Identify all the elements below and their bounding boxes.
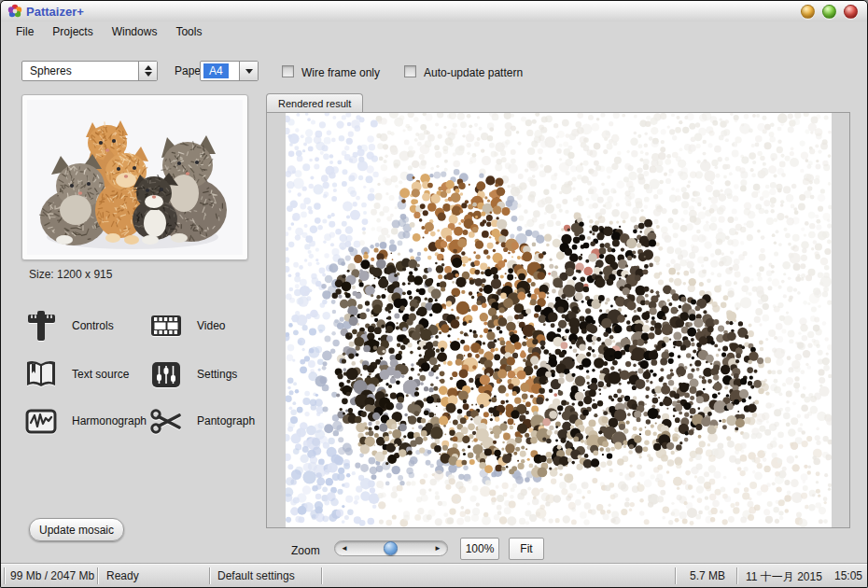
app-flower-icon (7, 4, 22, 19)
tool-video[interactable]: Video (148, 305, 274, 346)
pattern-select[interactable]: Spheres (21, 61, 158, 81)
tool-harmonograph[interactable]: Harmonograph (23, 400, 149, 441)
paper-select-value: A4 (203, 63, 229, 78)
autoupdate-checkbox-label: Auto-update pattern (424, 66, 523, 79)
zoom-label: Zoom (291, 544, 320, 557)
chevron-down-icon (245, 69, 253, 74)
tool-controls-label: Controls (72, 319, 114, 332)
tool-pantograph[interactable]: Pantograph (148, 400, 274, 441)
menu-bar: File Projects Windows Tools (1, 21, 867, 42)
render-page (286, 113, 832, 527)
tool-video-label: Video (197, 319, 225, 332)
zoom-100-button[interactable]: 100% (460, 538, 499, 560)
update-mosaic-button[interactable]: Update mosaic (29, 518, 124, 541)
tab-rendered-result[interactable]: Rendered result (266, 93, 363, 113)
menu-projects[interactable]: Projects (43, 23, 102, 40)
scissors-icon (148, 403, 184, 439)
tool-settings-label: Settings (197, 368, 237, 381)
status-separator (209, 567, 211, 584)
slider-left-arrow-icon[interactable]: ◄ (341, 543, 348, 554)
minimize-button[interactable] (801, 5, 815, 19)
tool-harmonograph-label: Harmonograph (72, 414, 147, 427)
wireframe-checkbox-label: Wire frame only (301, 66, 380, 79)
spinner-up-icon[interactable] (145, 65, 152, 70)
app-window: Pattaizer+ File Projects Windows Tools S… (0, 0, 868, 588)
source-image-panel (21, 94, 248, 260)
title-bar[interactable]: Pattaizer+ (1, 1, 867, 21)
sliders-icon (148, 357, 184, 392)
menu-windows[interactable]: Windows (103, 23, 167, 40)
autoupdate-checkbox[interactable] (404, 65, 416, 77)
status-file-size: 5.7 MB (690, 569, 725, 582)
menu-file[interactable]: File (7, 23, 43, 40)
tool-controls[interactable]: Controls (23, 305, 149, 346)
tool-settings[interactable]: Settings (148, 354, 274, 395)
status-ready: Ready (106, 569, 139, 582)
waveform-icon (23, 403, 59, 439)
book-icon (23, 357, 59, 392)
status-date: 11 十一月 2015 (746, 569, 822, 585)
menu-tools[interactable]: Tools (166, 23, 211, 40)
close-button[interactable] (844, 5, 858, 19)
status-separator (97, 567, 99, 584)
status-separator (675, 567, 677, 584)
status-settings: Default settings (217, 569, 295, 582)
spinner-down-icon[interactable] (145, 72, 152, 77)
tsquare-icon (23, 308, 59, 343)
source-image-thumbnail (27, 100, 243, 255)
slider-right-arrow-icon[interactable]: ► (434, 543, 441, 554)
status-separator (736, 567, 738, 584)
wireframe-checkbox[interactable] (282, 65, 294, 77)
zoom-fit-button[interactable]: Fit (509, 538, 544, 560)
paper-select[interactable]: A4 (200, 61, 259, 81)
filmstrip-icon (148, 308, 184, 343)
maximize-button[interactable] (822, 5, 836, 19)
result-panel (266, 112, 850, 528)
source-size-label: Size: 1200 x 915 (29, 268, 112, 281)
tool-text-source-label: Text source (72, 368, 129, 381)
pattern-select-value: Spheres (30, 64, 72, 77)
status-separator (4, 567, 6, 584)
paper-dropdown-button[interactable] (239, 62, 258, 80)
window-title: Pattaizer+ (26, 5, 84, 19)
mosaic-render (286, 113, 832, 527)
status-memory: 99 Mb / 2047 Mb (10, 569, 94, 582)
status-separator (321, 567, 323, 584)
pattern-spinner[interactable] (138, 62, 157, 80)
tool-pantograph-label: Pantograph (197, 414, 255, 427)
status-bar: 99 Mb / 2047 Mb Ready Default settings 5… (1, 563, 867, 587)
status-time: 15:05 (834, 569, 862, 582)
tool-text-source[interactable]: Text source (23, 354, 149, 395)
zoom-slider[interactable]: ◄ ► (334, 540, 448, 556)
zoom-slider-thumb[interactable] (384, 541, 398, 555)
